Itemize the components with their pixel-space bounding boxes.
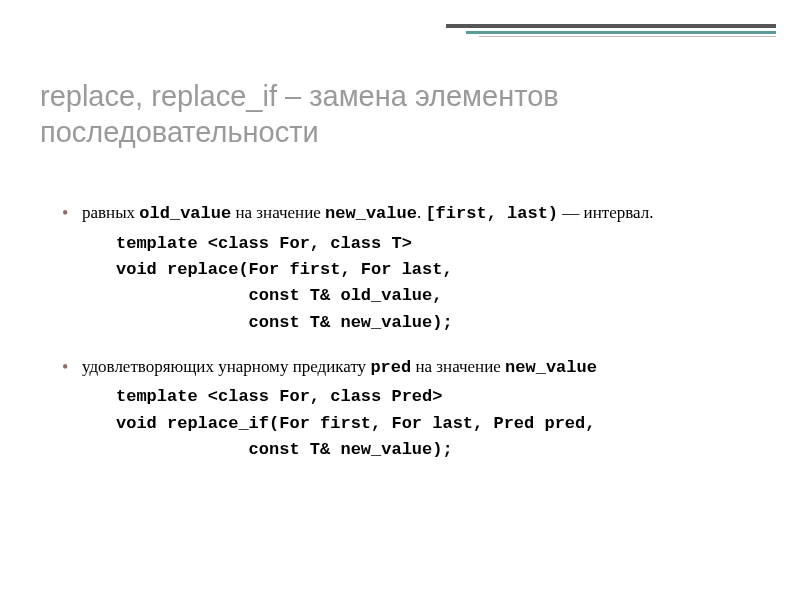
decorative-lines <box>446 24 776 37</box>
bullet-item: удовлетворяющих унарному предикату pred … <box>60 354 760 381</box>
line-thin <box>479 36 776 37</box>
line-dark <box>446 24 776 28</box>
text: — интервал. <box>558 203 653 222</box>
text: равных <box>82 203 139 222</box>
code-line: template <class For, class T> <box>116 231 760 257</box>
text: удовлетворяющих унарному предикату <box>82 357 370 376</box>
code-block: template <class For, class Pred> void re… <box>60 384 760 463</box>
code-line: void replace_if(For first, For last, Pre… <box>116 411 760 437</box>
code-line: const T& old_value, <box>116 283 760 309</box>
code-block: template <class For, class T> void repla… <box>60 231 760 336</box>
code-inline: old_value <box>139 204 231 223</box>
code-line: const T& new_value); <box>116 310 760 336</box>
code-line: template <class For, class Pred> <box>116 384 760 410</box>
code-inline: new_value <box>505 358 597 377</box>
bullet-item: равных old_value на значение new_value. … <box>60 200 760 227</box>
text: на значение <box>231 203 325 222</box>
text: на значение <box>411 357 505 376</box>
line-teal <box>466 31 776 34</box>
slide-content: равных old_value на значение new_value. … <box>60 200 760 481</box>
code-inline: [first, last) <box>425 204 558 223</box>
code-inline: pred <box>370 358 411 377</box>
code-line: const T& new_value); <box>116 437 760 463</box>
code-inline: new_value <box>325 204 417 223</box>
code-line: void replace(For first, For last, <box>116 257 760 283</box>
slide-title: replace, replace_if – замена элементов п… <box>40 78 760 151</box>
